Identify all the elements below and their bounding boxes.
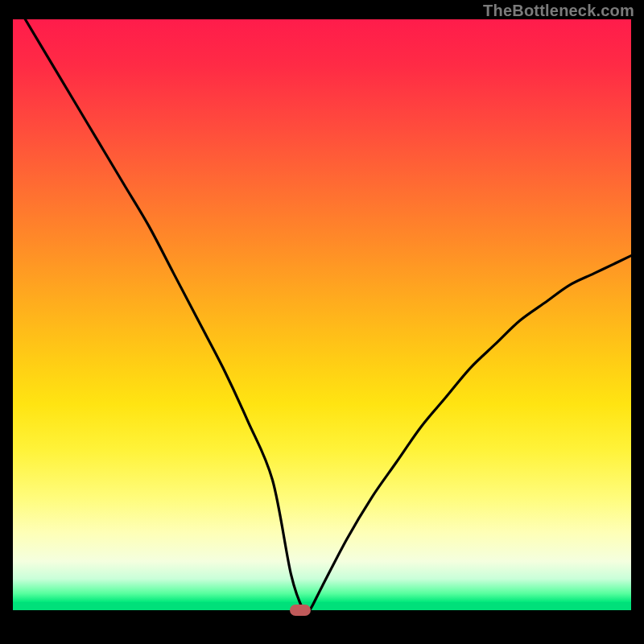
bottom-black-bar bbox=[13, 610, 631, 631]
minimum-marker bbox=[290, 605, 311, 616]
curve-svg bbox=[13, 19, 631, 610]
plot-area bbox=[13, 19, 631, 631]
watermark-text: TheBottleneck.com bbox=[483, 2, 634, 20]
bottleneck-curve bbox=[25, 19, 631, 610]
chart-stage: TheBottleneck.com bbox=[0, 0, 644, 644]
